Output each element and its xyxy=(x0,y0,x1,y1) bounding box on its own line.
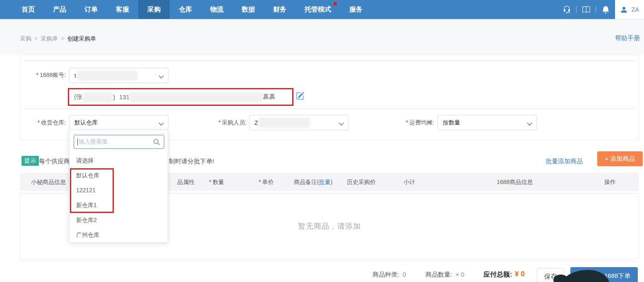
redacted-text xyxy=(78,72,137,80)
buyer-field-label: *采购人员: xyxy=(201,119,247,127)
table-column-数量: *数量 xyxy=(209,173,224,191)
account-field-label: *1688账号: xyxy=(20,72,66,79)
freight-field-label: *运费均摊: xyxy=(389,119,434,127)
order-summary-footer: 商品种类: 0 商品数量: × 0 应付总额: ¥ 0 保存 保存,并向1688… xyxy=(20,261,639,282)
table-column-1688商品信息: 1688商品信息 xyxy=(497,173,533,191)
divider xyxy=(25,109,634,109)
batch-add-products-link[interactable]: 批量添加商品 xyxy=(545,158,583,165)
warehouse-dropdown-panel: 输入搜索值 请选择默认仓库122121新仓库1新仓库2广州仓库 xyxy=(69,130,168,243)
tip-badge: 提示 xyxy=(22,156,39,166)
warehouse-select[interactable]: 默认仓库 xyxy=(69,115,168,130)
chevron-down-icon xyxy=(159,74,164,80)
top-nav: 首页产品订单客服采购仓库物流数据财务托管模式服务 ZA xyxy=(0,0,644,19)
warehouse-field-label: *收货仓库: xyxy=(20,119,66,127)
search-placeholder: 输入搜索值 xyxy=(79,138,108,146)
table-column-历史采购价: 历史采购价 xyxy=(347,173,376,191)
warehouse-option-新仓库1[interactable]: 新仓库1 xyxy=(70,198,168,213)
breadcrumb-item-采购单[interactable]: 采购单 xyxy=(41,35,58,42)
nav-item-仓库[interactable]: 仓库 xyxy=(170,0,201,19)
breadcrumb: 采购>采购单>创建采购单 xyxy=(20,35,96,43)
search-icon xyxy=(153,139,160,147)
table-column-小计: 小计 xyxy=(404,173,415,191)
warehouse-option-默认仓库[interactable]: 默认仓库 xyxy=(70,168,168,183)
bell-icon[interactable] xyxy=(601,5,610,14)
warehouse-option-请选择[interactable]: 请选择 xyxy=(70,153,168,168)
nav-item-财务[interactable]: 财务 xyxy=(264,0,296,19)
nav-item-产品[interactable]: 产品 xyxy=(44,0,75,19)
divider xyxy=(576,6,577,13)
breadcrumb-separator: > xyxy=(61,35,64,42)
redacted-text xyxy=(84,93,111,101)
warehouse-option-广州仓库[interactable]: 广州仓库 xyxy=(70,227,168,242)
product-kinds: 商品种类: 0 xyxy=(372,271,406,279)
required-mark: * xyxy=(38,119,40,126)
buyer-value: Z xyxy=(255,119,258,126)
tip-text-left: 每个供应商 xyxy=(39,158,70,165)
edit-address-icon[interactable] xyxy=(296,92,304,100)
divider xyxy=(596,6,596,13)
chevron-down-icon xyxy=(527,121,532,127)
nav-item-首页[interactable]: 首页 xyxy=(12,0,44,19)
chevron-down-icon xyxy=(159,121,164,127)
warehouse-option-122121[interactable]: 122121 xyxy=(70,183,168,198)
nav-item-物流[interactable]: 物流 xyxy=(201,0,233,19)
breadcrumb-item-创建采购单: 创建采购单 xyxy=(67,35,96,42)
breadcrumb-separator: > xyxy=(34,35,38,42)
required-mark: * xyxy=(219,119,221,126)
table-column-品属性: 品属性 xyxy=(177,173,195,191)
nav-item-采购[interactable]: 采购 xyxy=(138,0,170,19)
required-mark: * xyxy=(209,179,211,185)
headset-icon[interactable] xyxy=(562,5,571,14)
help-manual-link[interactable]: 帮助手册 xyxy=(615,34,640,42)
add-product-button[interactable]: + 添加商品 xyxy=(597,151,643,166)
nav-item-客服[interactable]: 客服 xyxy=(107,0,138,19)
product-quantity: 商品数量: × 0 xyxy=(425,271,464,279)
address-text: (张 xyxy=(74,93,82,101)
breadcrumb-strip: 采购>采购单>创建采购单 帮助手册 xyxy=(0,19,644,55)
table-column-操作: 操作 xyxy=(604,173,616,191)
manual-book-icon[interactable] xyxy=(582,5,591,14)
address-text: ) xyxy=(113,93,115,100)
warehouse-value: 默认仓库 xyxy=(74,119,98,127)
required-mark: * xyxy=(36,72,38,78)
dropdown-options: 请选择默认仓库122121新仓库1新仓库2广州仓库 xyxy=(70,153,168,242)
required-mark: * xyxy=(406,119,408,126)
address-text: 裹裹 xyxy=(263,93,275,101)
user-name: ZA xyxy=(632,6,639,13)
redacted-text xyxy=(260,119,309,127)
purchase-order-create-page: 首页产品订单客服采购仓库物流数据财务托管模式服务 ZA 采购>采购单>创建采购单… xyxy=(0,0,644,282)
freight-select[interactable]: 按数量 xyxy=(437,115,537,130)
buyer-select[interactable]: Z xyxy=(249,115,348,130)
account-select[interactable]: t xyxy=(69,68,168,83)
payable-total-label: 应付总额: xyxy=(483,270,512,279)
dropdown-search-input[interactable]: 输入搜索值 xyxy=(74,135,164,149)
empty-state-text: 暂无商品，请添加 xyxy=(298,221,361,231)
order-form-card: *1688账号: t (张 ) 131 裹裹 *收货仓库: 默认仓库 xyxy=(20,55,639,140)
receiver-address: (张 ) 131 裹裹 xyxy=(68,88,293,106)
nav-item-托管模式[interactable]: 托管模式 xyxy=(296,0,340,19)
required-mark: * xyxy=(259,179,261,185)
nav-menu: 首页产品订单客服采购仓库物流数据财务托管模式服务 xyxy=(12,0,372,19)
nav-item-数据[interactable]: 数据 xyxy=(233,0,264,19)
table-column-小秘商品信息: 小秘商品信息 xyxy=(31,173,66,191)
user-icon xyxy=(620,6,628,14)
nav-right-tools: ZA xyxy=(557,0,644,19)
batch-remark-link[interactable]: 批量 xyxy=(319,179,331,185)
address-text: 131 xyxy=(119,93,130,100)
table-column-单价: *单价 xyxy=(259,173,274,191)
chevron-down-icon xyxy=(339,121,344,127)
freight-value: 按数量 xyxy=(443,119,460,127)
payable-total-value: ¥ 0 xyxy=(515,270,525,278)
account-value: t xyxy=(74,72,76,79)
table-column-商品备注(批量): 商品备注(批量) xyxy=(294,173,332,191)
notification-dot xyxy=(334,2,337,5)
redacted-text xyxy=(130,93,262,101)
text-caret xyxy=(77,139,78,146)
user-account[interactable]: ZA xyxy=(615,0,644,19)
tip-text-right: 制时请分批下单! xyxy=(169,158,214,165)
divider xyxy=(25,60,634,61)
nav-item-订单[interactable]: 订单 xyxy=(75,0,107,19)
breadcrumb-item-采购[interactable]: 采购 xyxy=(20,35,31,42)
nav-item-服务[interactable]: 服务 xyxy=(340,0,372,19)
warehouse-option-新仓库2[interactable]: 新仓库2 xyxy=(70,213,168,227)
